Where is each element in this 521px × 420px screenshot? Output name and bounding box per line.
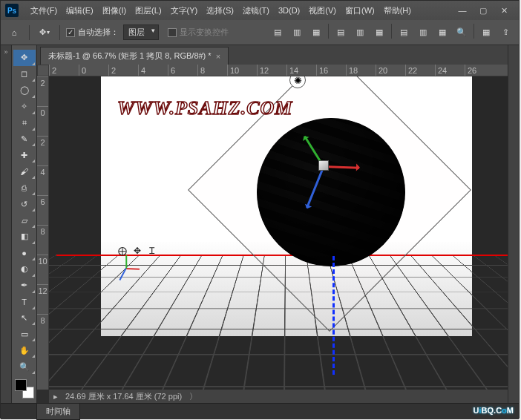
- menu-type[interactable]: 文字(Y): [166, 5, 203, 16]
- menu-layer[interactable]: 图层(L): [131, 5, 166, 16]
- title-bar: Ps 文件(F) 编辑(E) 图像(I) 图层(L) 文字(Y) 选择(S) 滤…: [1, 1, 519, 20]
- site-watermark: UiBQ.CoM: [474, 401, 514, 417]
- align-button-1[interactable]: ▤: [269, 24, 286, 42]
- move-tool[interactable]: ✥: [13, 50, 36, 66]
- separator: [59, 25, 60, 40]
- color-swatch[interactable]: [15, 379, 34, 398]
- 3d-vertical-axis-line: [332, 256, 335, 375]
- align-button-2[interactable]: ▥: [288, 24, 306, 42]
- right-panel-strip[interactable]: [508, 45, 519, 403]
- gizmo-center-cube-icon[interactable]: [318, 160, 329, 171]
- show-transform-label: 显示变换控件: [180, 27, 229, 38]
- watermark-text: WWW.PSAHZ.COM: [117, 97, 292, 119]
- magic-wand-tool[interactable]: ✧: [13, 99, 36, 115]
- dist-button-3[interactable]: ▦: [370, 24, 388, 42]
- document-area: 未标题-1 @ 66.7% (矩形 1 拷贝 8, RGB/8#) * × 20…: [37, 45, 519, 403]
- orbit-icon[interactable]: ⨁: [117, 246, 128, 256]
- heal-tool[interactable]: ✚: [13, 147, 36, 163]
- chevron-right-icon: »: [4, 48, 7, 403]
- window-controls: — ▢ ✕: [452, 3, 514, 18]
- options-bar: ⌂ ✥▾ ✓ 自动选择： 图层 ✓ 显示变换控件 ▤ ▥ ▦ ▤ ▥ ▦ ▤ ▥…: [1, 20, 519, 45]
- eraser-tool[interactable]: ▱: [13, 212, 36, 229]
- cursor-icon[interactable]: Ꮖ: [147, 246, 157, 256]
- status-bar: ▸ 24.69 厘米 x 17.64 厘米 (72 ppi) 〉: [49, 390, 519, 403]
- menu-view[interactable]: 视图(V): [304, 5, 341, 16]
- history-brush-tool[interactable]: ↺: [13, 196, 36, 212]
- ps-logo-icon: Ps: [5, 4, 19, 17]
- status-more-icon[interactable]: 〉: [189, 391, 197, 402]
- menu-3d[interactable]: 3D(D): [274, 6, 304, 15]
- move-tool-icon[interactable]: ✥▾: [36, 24, 53, 42]
- dodge-tool[interactable]: ◐: [13, 261, 36, 278]
- tab-title: 未标题-1 @ 66.7% (矩形 1 拷贝 8, RGB/8#) *: [48, 50, 212, 62]
- menu-filter[interactable]: 滤镜(T): [238, 5, 274, 16]
- 3d-sphere-object[interactable]: [257, 118, 405, 266]
- gradient-tool[interactable]: ◧: [13, 229, 36, 245]
- separator: [391, 24, 392, 39]
- document-tab[interactable]: 未标题-1 @ 66.7% (矩形 1 拷贝 8, RGB/8#) * ×: [40, 47, 229, 65]
- tab-close-icon[interactable]: ×: [216, 52, 220, 61]
- dist-button-2[interactable]: ▥: [351, 24, 369, 42]
- menu-select[interactable]: 选择(S): [202, 5, 238, 16]
- menu-image[interactable]: 图像(I): [98, 5, 131, 16]
- align-button-4[interactable]: ▤: [395, 24, 413, 42]
- foreground-color[interactable]: [15, 379, 27, 391]
- separator: [328, 24, 329, 39]
- canvas-viewport[interactable]: ⨁ ✥ Ꮖ WWW.PSAHZ.COM ✺: [49, 76, 519, 390]
- hand-tool[interactable]: ✋: [13, 342, 36, 358]
- tools-panel: ✥ ◻ ◯ ✧ ⌗ ✎ ✚ 🖌 ⎙ ↺ ▱ ◧ ● ◐ ✒ T ↖ ▭ ✋ 🔍: [12, 45, 37, 403]
- options-bar-right: ▤ ▥ ▦ ▤ ▥ ▦ ▤ ▥ ▦ 🔍 ▦ ⇪: [269, 24, 514, 42]
- ruler-corner: [37, 65, 49, 76]
- auto-select-dropdown[interactable]: 图层: [123, 24, 159, 40]
- align-button-3[interactable]: ▦: [307, 24, 325, 42]
- ruler-vertical[interactable]: 20246810128: [37, 76, 49, 390]
- menu-help[interactable]: 帮助(H): [379, 5, 416, 16]
- app-window: Ps 文件(F) 编辑(E) 图像(I) 图层(L) 文字(Y) 选择(S) 滤…: [0, 0, 520, 419]
- auto-select-label: 自动选择：: [78, 27, 119, 38]
- canvas[interactable]: ⨁ ✥ Ꮖ WWW.PSAHZ.COM: [101, 76, 472, 336]
- type-tool[interactable]: T: [13, 294, 36, 310]
- zoom-tool[interactable]: 🔍: [13, 358, 36, 375]
- pen-tool[interactable]: ✒: [13, 278, 36, 294]
- marquee-tool[interactable]: ◻: [13, 66, 36, 82]
- shape-tool[interactable]: ▭: [13, 326, 36, 342]
- align-button-6[interactable]: ▦: [433, 24, 451, 42]
- minimize-button[interactable]: —: [452, 3, 473, 18]
- checkbox-icon: ✓: [66, 28, 75, 37]
- status-caret-icon[interactable]: ▸: [53, 392, 58, 401]
- bottom-panel-bar: 时间轴: [1, 403, 519, 419]
- auto-select-checkbox[interactable]: ✓ 自动选择：: [66, 27, 119, 38]
- left-collapse-strip[interactable]: »: [1, 45, 12, 403]
- crop-tool[interactable]: ⌗: [13, 115, 36, 131]
- checkbox-icon: ✓: [168, 28, 177, 37]
- align-button-5[interactable]: ▥: [414, 24, 432, 42]
- search-button[interactable]: 🔍: [453, 24, 471, 42]
- lasso-tool[interactable]: ◯: [13, 82, 36, 99]
- separator: [29, 25, 30, 40]
- ruler-horizontal[interactable]: 202468101214161820222426: [49, 65, 519, 76]
- pan-icon[interactable]: ✥: [132, 246, 142, 256]
- blur-tool[interactable]: ●: [13, 245, 36, 261]
- close-button[interactable]: ✕: [494, 3, 514, 18]
- workspace-button[interactable]: ▦: [477, 24, 495, 42]
- timeline-tab[interactable]: 时间轴: [36, 403, 80, 420]
- body-area: » ✥ ◻ ◯ ✧ ⌗ ✎ ✚ 🖌 ⎙ ↺ ▱ ◧ ● ◐ ✒ T ↖ ▭ ✋ …: [1, 45, 519, 403]
- menu-file[interactable]: 文件(F): [26, 5, 62, 16]
- menu-window[interactable]: 窗口(W): [341, 5, 379, 16]
- document-tab-bar: 未标题-1 @ 66.7% (矩形 1 拷贝 8, RGB/8#) * ×: [37, 45, 519, 65]
- stamp-tool[interactable]: ⎙: [13, 180, 36, 196]
- 3d-hud: ⨁ ✥ Ꮖ: [117, 246, 157, 256]
- home-button[interactable]: ⌂: [5, 24, 23, 42]
- menu-edit[interactable]: 编辑(E): [62, 5, 98, 16]
- path-select-tool[interactable]: ↖: [13, 310, 36, 327]
- status-doc-size[interactable]: 24.69 厘米 x 17.64 厘米 (72 ppi): [65, 391, 182, 402]
- brush-tool[interactable]: 🖌: [13, 163, 36, 180]
- share-button[interactable]: ⇪: [497, 24, 514, 42]
- dist-button-1[interactable]: ▤: [332, 24, 350, 42]
- separator: [474, 24, 474, 39]
- eyedropper-tool[interactable]: ✎: [13, 131, 36, 148]
- maximize-button[interactable]: ▢: [473, 3, 494, 18]
- show-transform-checkbox[interactable]: ✓ 显示变换控件: [168, 27, 229, 38]
